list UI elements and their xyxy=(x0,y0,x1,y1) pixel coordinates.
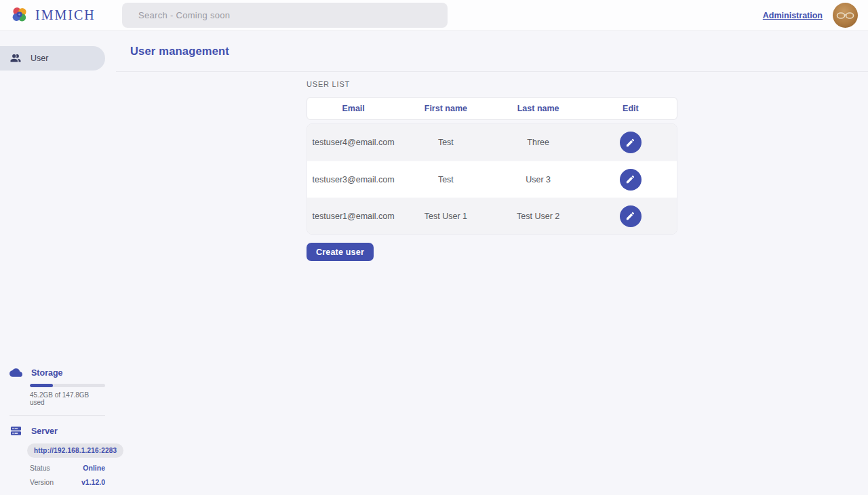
server-status-row: Status Online xyxy=(30,464,105,472)
column-header: Last name xyxy=(492,104,585,113)
server-widget: Server http://192.168.1.216:2283 Status … xyxy=(0,424,105,486)
first-name-cell: Test User 1 xyxy=(399,212,492,221)
pencil-icon xyxy=(625,211,635,221)
pencil-icon xyxy=(625,174,635,184)
storage-widget: Storage 45.2GB of 147.8GB used xyxy=(0,366,105,406)
table-row: testuser3@email.com Test User 3 xyxy=(307,161,677,197)
title-bar: User management xyxy=(116,31,868,72)
status-label: Status xyxy=(30,464,50,472)
storage-usage-text: 45.2GB of 147.8GB used xyxy=(30,391,105,406)
section-title: USER LIST xyxy=(307,80,677,88)
immich-logo-icon xyxy=(10,6,29,25)
administration-link[interactable]: Administration xyxy=(763,11,823,20)
status-value: Online xyxy=(83,464,105,472)
column-header: Edit xyxy=(585,104,677,113)
sidebar: User Storage 45.2GB of 147.8GB used xyxy=(0,31,116,495)
version-label: Version xyxy=(30,478,54,486)
sidebar-item-label: User xyxy=(31,54,48,63)
brand[interactable]: IMMICH xyxy=(0,6,96,25)
first-name-cell: Test xyxy=(399,175,492,184)
cloud-icon xyxy=(9,366,22,379)
main-area: User management USER LIST Email First na… xyxy=(116,31,868,495)
create-user-button[interactable]: Create user xyxy=(307,243,374,261)
sidebar-divider xyxy=(9,415,105,416)
table-row: testuser4@email.com Test Three xyxy=(307,124,677,161)
search-input[interactable] xyxy=(122,3,448,28)
server-version-row: Version v1.12.0 xyxy=(30,478,105,486)
column-header: First name xyxy=(399,104,492,113)
user-table-header: Email First name Last name Edit xyxy=(307,97,677,120)
server-icon xyxy=(9,424,22,437)
last-name-cell: User 3 xyxy=(492,175,585,184)
glasses-icon xyxy=(835,11,856,20)
version-value: v1.12.0 xyxy=(81,478,105,486)
storage-title: Storage xyxy=(31,368,63,378)
email-cell: testuser1@email.com xyxy=(307,212,399,221)
storage-progress-bar xyxy=(30,384,105,387)
email-cell: testuser3@email.com xyxy=(307,175,399,184)
page-title: User management xyxy=(130,45,229,58)
sidebar-item-user[interactable]: User xyxy=(0,46,105,71)
storage-progress-fill xyxy=(30,384,53,387)
pencil-icon xyxy=(625,138,635,148)
user-table: testuser4@email.com Test Three xyxy=(307,123,677,235)
email-cell: testuser4@email.com xyxy=(307,138,399,147)
edit-user-button[interactable] xyxy=(620,205,642,227)
user-avatar[interactable] xyxy=(833,3,858,28)
users-icon xyxy=(9,52,22,64)
edit-user-button[interactable] xyxy=(620,132,642,153)
top-bar: IMMICH Administration xyxy=(0,0,868,31)
column-header: Email xyxy=(307,104,399,113)
brand-name: IMMICH xyxy=(35,7,96,23)
server-title: Server xyxy=(31,427,58,436)
last-name-cell: Test User 2 xyxy=(492,212,585,221)
table-row: testuser1@email.com Test User 1 Test Use… xyxy=(307,197,677,234)
last-name-cell: Three xyxy=(492,138,585,147)
server-url-chip: http://192.168.1.216:2283 xyxy=(27,443,123,458)
edit-user-button[interactable] xyxy=(620,169,642,191)
first-name-cell: Test xyxy=(399,138,492,147)
